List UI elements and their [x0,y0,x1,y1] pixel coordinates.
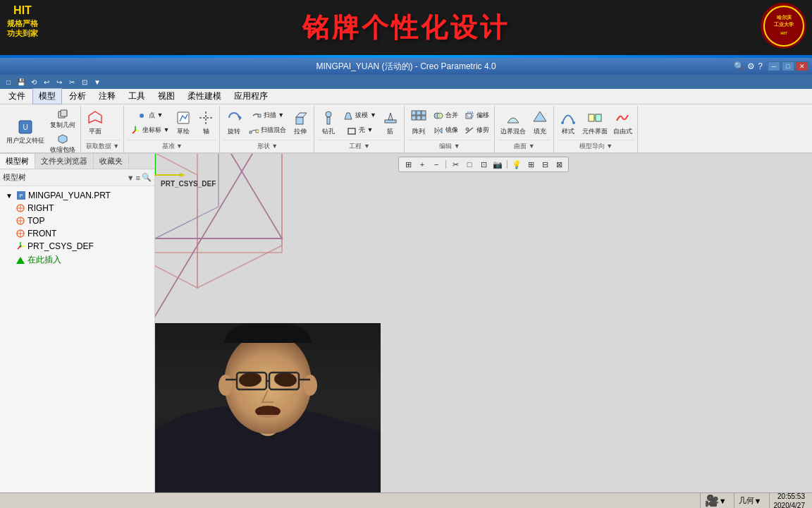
datum-label: 基准 ▼ [128,140,216,151]
sidebar-search-icon[interactable]: 🔍 [142,173,152,182]
btn-style[interactable]: 样式 [558,108,579,138]
svg-text:HIT: HIT [780,31,787,35]
vp-zoom-in-icon[interactable]: + [416,158,429,171]
btn-component-interface[interactable]: 元件界面 [580,108,610,138]
vp-grid-icon[interactable]: ⊞ [524,158,537,171]
btn-point[interactable]: 点 ▼ [128,109,171,123]
menu-apps[interactable]: 应用程序 [228,89,273,104]
svg-rect-27 [385,120,396,123]
settings-icon[interactable]: ⚙ [747,61,755,71]
status-camera[interactable]: 🎥 ▼ [700,493,731,508]
btn-shell[interactable]: 壳 ▼ [340,123,378,138]
vp-render-icon[interactable]: ⊡ [477,158,490,171]
btn-sketch[interactable]: 草绘 [173,108,194,138]
qa-icon-5[interactable]: ↪ [54,76,65,87]
close-button[interactable]: ✕ [796,61,808,71]
qa-icon-1[interactable]: □ [3,76,14,87]
search-area: 🔍 ⚙ ? [734,58,763,75]
tree-item-top[interactable]: TOP [3,214,152,227]
vp-camera-icon[interactable]: 📷 [491,158,504,171]
btn-axis[interactable]: 轴 [195,108,216,138]
btn-draft[interactable]: 拔模 ▼ [340,109,378,123]
btn-fill[interactable]: 填充 [529,108,550,138]
vp-more-icon[interactable]: ⊠ [553,158,565,171]
btn-drill[interactable]: 钻孔 [318,108,339,138]
status-geometry[interactable]: 几何 ▼ [734,493,766,508]
window-title: MINGPAI_YUAN (活动的) - Creo Parametric 4.0 [316,61,496,73]
minimize-button[interactable]: ─ [768,61,780,71]
freestyle-icon [614,109,631,126]
btn-sweep[interactable]: 扫描 ▼ [246,109,288,123]
btn-array[interactable]: 阵列 [408,108,429,138]
shell-icon [346,125,357,136]
vp-zoom-out-icon[interactable]: − [430,158,443,171]
help-icon[interactable]: ? [758,61,763,71]
qa-icon-7[interactable]: ⊡ [79,76,90,87]
menu-analysis[interactable]: 分析 [63,89,92,104]
btn-boundary-blend[interactable]: 边界混合 [498,108,528,138]
vp-section-icon[interactable]: ⊟ [539,158,551,171]
menu-file[interactable]: 文件 [3,89,31,104]
viewport: ⊞ + − ✂ □ ⊡ 📷 💡 ⊞ ⊟ ⊠ [155,154,812,492]
btn-mirror[interactable]: 镜像 [431,123,460,138]
btn-sweep-blend[interactable]: 扫描混合 [246,123,288,138]
menu-flex[interactable]: 柔性建模 [182,89,227,104]
btn-offset[interactable]: 偏移 [462,109,491,123]
tab-folder-browser[interactable]: 文件夹浏览器 [35,154,94,169]
tree-item-front[interactable]: FRONT [3,227,152,240]
menu-model[interactable]: 模型 [32,88,62,104]
vp-light-icon[interactable]: 💡 [510,158,523,171]
btn-extrude[interactable]: 拉伸 [290,108,311,138]
menu-view[interactable]: 视图 [152,89,180,104]
viewport-toolbar: ⊞ + − ✂ □ ⊡ 📷 💡 ⊞ ⊟ ⊠ [398,157,569,172]
ribbon-group-model-dir-content: 样式 元件界面 自由式 [558,107,634,138]
tree-item-csys[interactable]: PRT_CSYS_DEF [3,240,152,253]
btn-copy-geo[interactable]: 复制几何 [48,107,78,131]
sidebar-settings-icon[interactable]: ≡ [136,174,140,182]
svg-rect-26 [348,128,355,134]
vp-cut-icon[interactable]: ✂ [449,158,462,171]
tree-item-right[interactable]: RIGHT [3,202,152,214]
svg-rect-31 [422,111,426,115]
btn-trim[interactable]: 修剪 [462,123,491,138]
menu-tools[interactable]: 工具 [123,89,151,104]
svg-point-23 [326,111,331,117]
btn-csys[interactable]: 坐标标 ▼ [128,123,171,138]
svg-text:U: U [23,123,27,131]
maximize-button[interactable]: □ [782,61,794,71]
csys-tree-icon [16,241,25,251]
menu-annotation[interactable]: 注释 [93,89,121,104]
btn-freestyle[interactable]: 自由式 [611,108,634,138]
edit-label: 编辑 ▼ [408,140,491,151]
qa-icon-3[interactable]: ⟲ [28,76,39,87]
qa-icon-6[interactable]: ✂ [66,76,78,87]
svg-marker-76 [180,173,185,177]
tree-item-insert[interactable]: 在此插入 [3,253,152,267]
sidebar-filter-icon[interactable]: ▼ [127,174,135,182]
btn-merge[interactable]: 合并 [431,109,460,123]
svg-rect-20 [256,130,259,133]
tree-item-part[interactable]: ▼ P MINGPAI_YUAN.PRT [3,189,152,202]
btn-plane[interactable]: 平面 [85,108,106,138]
tab-favorites[interactable]: 收藏夹 [94,154,129,169]
btn-user-feature[interactable]: U 用户定义特征 [4,117,47,147]
draft-icon [343,110,354,121]
svg-line-13 [133,131,135,133]
vp-zoom-fit-icon[interactable]: ⊞ [402,158,414,171]
shapes-label: 形状 ▼ [223,140,311,151]
vp-view-icon[interactable]: □ [463,158,476,171]
copy-geo-icon [57,109,68,120]
btn-shrink-wrap[interactable]: 收缩包络 [48,132,78,156]
qa-icon-4[interactable]: ↩ [41,76,52,87]
geometry-dropdown-icon: ▼ [754,497,762,505]
ribbon-group-engineering-content: 钻孔 拔模 ▼ [318,107,400,138]
qa-icon-8[interactable]: ▼ [92,76,103,87]
svg-text:PRT_CSYS_DEF: PRT_CSYS_DEF [161,180,216,188]
search-icon[interactable]: 🔍 [734,61,744,71]
tab-model-tree[interactable]: 模型树 [0,154,35,169]
btn-rotate[interactable]: 旋转 [223,108,245,138]
ribbon-group-getdata-content: 平面 [85,107,121,138]
insert-icon [16,255,25,265]
btn-rib[interactable]: 筋 [380,108,401,138]
qa-icon-2[interactable]: 💾 [16,76,27,87]
